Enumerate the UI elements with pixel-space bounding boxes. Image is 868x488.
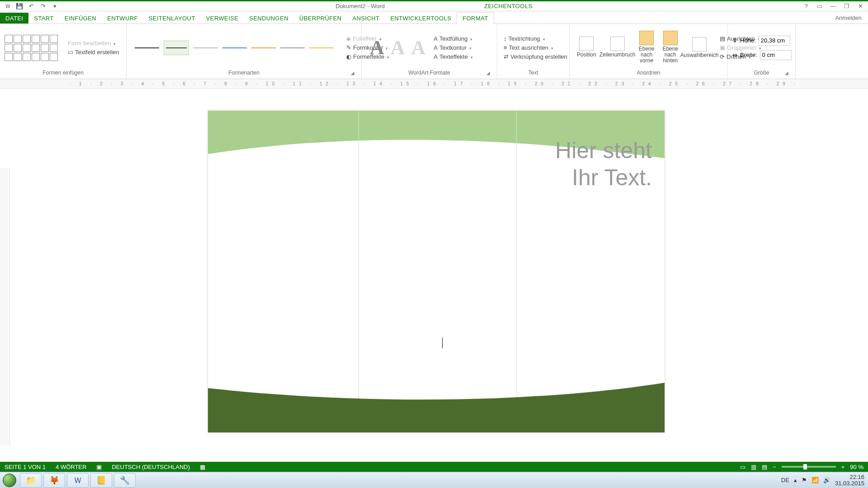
minimize-button[interactable]: —: [828, 3, 838, 9]
taskbar-explorer[interactable]: 📁: [20, 473, 42, 488]
taskbar-firefox[interactable]: 🦊: [43, 473, 65, 488]
shape-styles-gallery[interactable]: [131, 41, 337, 55]
shapes-gallery[interactable]: [5, 35, 63, 61]
group-label: Anordnen: [574, 70, 723, 78]
group-label: Text: [502, 70, 565, 78]
group-anordnen: Position Zeilenumbruch Ebene nach vorne …: [570, 24, 728, 79]
tab-seitenlayout[interactable]: SEITENLAYOUT: [143, 13, 201, 23]
view-read-icon[interactable]: ▭: [740, 464, 745, 470]
word-count[interactable]: 4 WÖRTER: [56, 464, 86, 470]
qat-customize-icon[interactable]: ▾: [51, 2, 59, 10]
tray-flag-icon[interactable]: ⚑: [802, 477, 807, 483]
group-text: ↕Textrichtung ≡Text ausrichten ⇄Verknüpf…: [497, 24, 570, 79]
windows-taskbar: 📁 🦊 Ｗ 📒 🔧 DE ▴ ⚑ 📶 🔊 22:16 31.03.2015: [0, 472, 868, 488]
dialog-launcher-icon[interactable]: ◢: [349, 70, 356, 77]
contextual-tool-title: ZEICHENTOOLS: [484, 3, 533, 9]
save-icon[interactable]: 💾: [15, 2, 24, 10]
view-print-icon[interactable]: ▥: [751, 464, 756, 470]
undo-icon[interactable]: ↶: [27, 2, 35, 10]
tab-entwurf[interactable]: ENTWURF: [102, 13, 143, 23]
zoom-level[interactable]: 90 %: [850, 464, 863, 470]
tab-start[interactable]: START: [28, 13, 59, 23]
taskbar-app[interactable]: 🔧: [114, 473, 136, 488]
title-bar: Ｗ 💾 ↶ ↷ ▾ Dokument2 - Word ZEICHENTOOLS …: [0, 0, 868, 11]
group-groesse: ⇕Höhe: ⇔Breite: Größe◢: [728, 24, 796, 79]
ebene-nach-vorne-button[interactable]: Ebene nach vorne: [636, 31, 657, 65]
auswahlbereich-button[interactable]: Auswahlbereich: [684, 37, 715, 58]
group-formenarten: ◆Fülleffekt ✎Formkontur ◐Formeffekte For…: [127, 24, 362, 79]
tray-clock[interactable]: 22:16 31.03.2015: [835, 474, 864, 486]
group-wordart: AAA ATextfüllung ATextkontur ATexteffekt…: [362, 24, 497, 79]
start-button[interactable]: [0, 472, 19, 488]
dialog-launcher-icon[interactable]: ◢: [485, 70, 491, 77]
tab-format[interactable]: FORMAT: [457, 12, 494, 24]
zoom-out-button[interactable]: −: [773, 464, 776, 470]
zeilenumbruch-button[interactable]: Zeilenumbruch: [602, 37, 633, 59]
wordart-gallery[interactable]: AAA: [366, 36, 429, 59]
form-bearbeiten-button: Form bearbeiten: [66, 39, 121, 47]
group-label: Größe◢: [732, 70, 791, 78]
language-indicator[interactable]: DEUTSCH (DEUTSCHLAND): [112, 464, 190, 470]
maximize-button[interactable]: ❐: [842, 3, 852, 9]
horizontal-ruler[interactable]: · 1 · 2 · 3 · 4 · 5 · 6 · 7 · 8 · 9 · 10…: [0, 79, 868, 89]
word-app-icon: Ｗ: [4, 2, 12, 10]
verknuepfung-button: ⇄Verknüpfung erstellen: [502, 53, 569, 61]
height-input[interactable]: [759, 36, 790, 46]
group-formen-einfuegen: Form bearbeiten ▭Textfeld erstellen Form…: [0, 24, 127, 79]
view-web-icon[interactable]: ▤: [762, 464, 767, 470]
text-ausrichten-button: ≡Text ausrichten: [502, 44, 569, 52]
textkontur-button: ATextkontur: [432, 44, 474, 52]
redo-icon[interactable]: ↷: [39, 2, 47, 10]
tab-einfuegen[interactable]: EINFÜGEN: [59, 13, 102, 23]
tray-chevron-icon[interactable]: ▴: [794, 477, 797, 483]
tray-network-icon[interactable]: 📶: [811, 477, 819, 483]
height-icon: ⇕: [732, 37, 737, 44]
taskbar-word[interactable]: Ｗ: [67, 473, 89, 488]
text-cursor: [442, 338, 443, 348]
tab-ueberpruefen[interactable]: ÜBERPRÜFEN: [294, 13, 347, 23]
tab-datei[interactable]: DATEI: [0, 13, 28, 23]
width-icon: ⇔: [732, 52, 737, 58]
document-workspace: · 1 · 2 · 3 · 4 · 5 · 6 · 7 · 8 · 9 · 10…: [0, 79, 868, 462]
footer-green-shape[interactable]: [208, 383, 665, 432]
ebene-nach-hinten-button[interactable]: Ebene nach hinten: [660, 31, 681, 65]
macro-icon[interactable]: ▦: [200, 464, 205, 470]
tab-ansicht[interactable]: ANSICHT: [347, 13, 385, 23]
group-label: Formenarten◢: [131, 70, 357, 78]
ribbon-tabs: DATEI START EINFÜGEN ENTWURF SEITENLAYOU…: [0, 11, 868, 24]
tray-volume-icon[interactable]: 🔊: [823, 477, 830, 483]
windows-orb-icon: [3, 474, 16, 487]
spellcheck-icon[interactable]: ▣: [96, 464, 102, 470]
group-label: WordArt-Formate◢: [366, 70, 492, 78]
textfuellung-button: ATextfüllung: [432, 35, 474, 42]
document-page[interactable]: Hier steht Ihr Text.: [208, 111, 665, 432]
tray-lang[interactable]: DE: [781, 477, 789, 483]
close-button[interactable]: ✕: [855, 3, 865, 9]
dialog-launcher-icon[interactable]: ◢: [783, 70, 790, 77]
group-label: Formen einfügen: [5, 70, 122, 78]
height-label: Höhe:: [740, 37, 756, 44]
placeholder-text[interactable]: Hier steht Ihr Text.: [555, 137, 652, 191]
status-bar: SEITE 1 VON 1 4 WÖRTER ▣ DEUTSCH (DEUTSC…: [0, 462, 868, 472]
zoom-in-button[interactable]: +: [841, 464, 845, 470]
ribbon-display-options-icon[interactable]: ▭: [815, 3, 825, 9]
taskbar-notes[interactable]: 📒: [90, 473, 112, 488]
width-input[interactable]: [760, 50, 792, 60]
tab-verweise[interactable]: VERWEISE: [201, 13, 244, 23]
tab-sendungen[interactable]: SENDUNGEN: [244, 13, 294, 23]
tab-entwicklertools[interactable]: ENTWICKLERTOOLS: [385, 13, 457, 23]
sign-in-link[interactable]: Anmelden: [829, 12, 868, 23]
width-label: Breite:: [740, 52, 757, 58]
system-tray: DE ▴ ⚑ 📶 🔊 22:16 31.03.2015: [781, 474, 868, 486]
quick-access-toolbar: Ｗ 💾 ↶ ↷ ▾: [0, 2, 59, 10]
textrichtung-button: ↕Textrichtung: [502, 35, 569, 42]
page-indicator[interactable]: SEITE 1 VON 1: [5, 464, 46, 470]
position-button[interactable]: Position: [574, 37, 599, 59]
texteffekte-button: ATexteffekte: [432, 53, 474, 61]
vertical-ruler[interactable]: [0, 168, 10, 446]
ribbon: Form bearbeiten ▭Textfeld erstellen Form…: [0, 24, 868, 79]
help-icon[interactable]: ?: [801, 3, 811, 9]
textfeld-erstellen-button[interactable]: ▭Textfeld erstellen: [66, 48, 121, 56]
document-title: Dokument2 - Word: [335, 3, 385, 9]
zoom-slider[interactable]: [782, 466, 836, 468]
